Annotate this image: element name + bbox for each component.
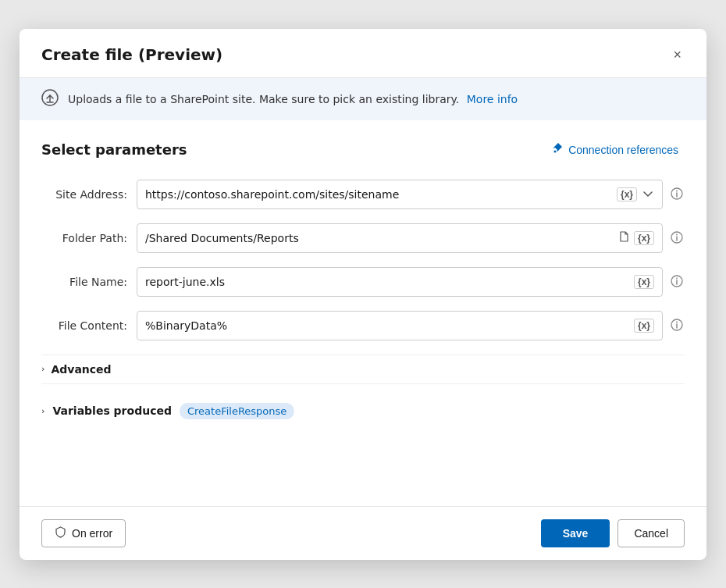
curly-bracket-button[interactable]: {x} <box>634 275 654 289</box>
input-icons: {x} <box>617 187 654 201</box>
variables-section[interactable]: › Variables produced CreateFileResponse <box>41 395 685 427</box>
dialog-header: Create file (Preview) × <box>20 29 706 78</box>
input-box[interactable]: /Shared Documents/Reports{x} <box>137 223 663 253</box>
variables-label: Variables produced <box>52 404 172 417</box>
dialog-footer: On error Save Cancel <box>20 506 706 560</box>
info-button[interactable] <box>669 230 685 247</box>
section-header: Select parameters Connection references <box>41 139 685 161</box>
curly-bracket-button[interactable]: {x} <box>617 187 637 201</box>
input-box[interactable]: report-june.xls{x} <box>137 267 663 297</box>
advanced-chevron-icon: › <box>41 364 44 374</box>
input-box[interactable]: https://contoso.sharepoint.com/sites/sit… <box>137 180 663 209</box>
field-container: %BinaryData%{x} <box>137 311 685 340</box>
on-error-label: On error <box>72 527 112 540</box>
form-row: File Content:%BinaryData%{x} <box>41 311 685 340</box>
advanced-label: Advanced <box>51 363 111 376</box>
form-row: Folder Path:/Shared Documents/Reports{x} <box>41 223 685 253</box>
svg-point-5 <box>676 190 678 191</box>
input-value: https://contoso.sharepoint.com/sites/sit… <box>145 188 610 201</box>
connection-references-button[interactable]: Connection references <box>545 139 685 161</box>
input-value: report-june.xls <box>145 276 628 288</box>
save-button[interactable]: Save <box>541 519 610 547</box>
form-fields: Site Address:https://contoso.sharepoint.… <box>41 180 685 340</box>
more-info-link[interactable]: More info <box>467 93 518 105</box>
variable-badge: CreateFileResponse <box>180 403 294 419</box>
create-file-dialog: Create file (Preview) × Uploads a file t… <box>20 29 706 560</box>
field-label: Folder Path: <box>41 232 127 244</box>
shield-icon <box>55 526 66 540</box>
connection-ref-label: Connection references <box>568 144 678 156</box>
input-box[interactable]: %BinaryData%{x} <box>137 311 663 340</box>
field-label: File Name: <box>41 276 127 288</box>
plug-icon <box>551 142 564 158</box>
close-button[interactable]: × <box>670 45 685 65</box>
svg-point-14 <box>676 321 678 323</box>
on-error-button[interactable]: On error <box>41 519 126 547</box>
info-button[interactable] <box>669 186 685 203</box>
upload-icon <box>41 89 59 109</box>
svg-point-11 <box>676 277 678 279</box>
curly-bracket-button[interactable]: {x} <box>634 231 654 245</box>
input-icons: {x} <box>618 231 654 245</box>
advanced-section[interactable]: › Advanced <box>41 355 685 384</box>
field-container: /Shared Documents/Reports{x} <box>137 223 685 253</box>
field-label: Site Address: <box>41 188 127 201</box>
input-icons: {x} <box>634 319 654 333</box>
footer-right: Save Cancel <box>541 519 685 547</box>
file-icon <box>618 231 629 244</box>
curly-bracket-button[interactable]: {x} <box>634 319 654 333</box>
info-button[interactable] <box>669 273 685 290</box>
field-container: https://contoso.sharepoint.com/sites/sit… <box>137 180 685 209</box>
cancel-button[interactable]: Cancel <box>617 519 685 547</box>
info-button[interactable] <box>669 317 685 334</box>
info-banner: Uploads a file to a SharePoint site. Mak… <box>20 78 706 120</box>
field-label: File Content: <box>41 319 127 332</box>
form-row: File Name:report-june.xls{x} <box>41 267 685 297</box>
input-value: /Shared Documents/Reports <box>145 232 612 244</box>
input-icons: {x} <box>634 275 654 289</box>
section-title: Select parameters <box>41 141 187 158</box>
svg-point-2 <box>554 150 557 152</box>
input-value: %BinaryData% <box>145 319 628 332</box>
dropdown-button[interactable] <box>642 188 654 200</box>
svg-point-8 <box>676 233 678 235</box>
variables-chevron-icon: › <box>41 406 44 416</box>
banner-text: Uploads a file to a SharePoint site. Mak… <box>68 93 518 105</box>
dialog-body: Select parameters Connection references … <box>20 120 706 506</box>
dialog-title: Create file (Preview) <box>41 45 222 64</box>
form-row: Site Address:https://contoso.sharepoint.… <box>41 180 685 209</box>
field-container: report-june.xls{x} <box>137 267 685 297</box>
